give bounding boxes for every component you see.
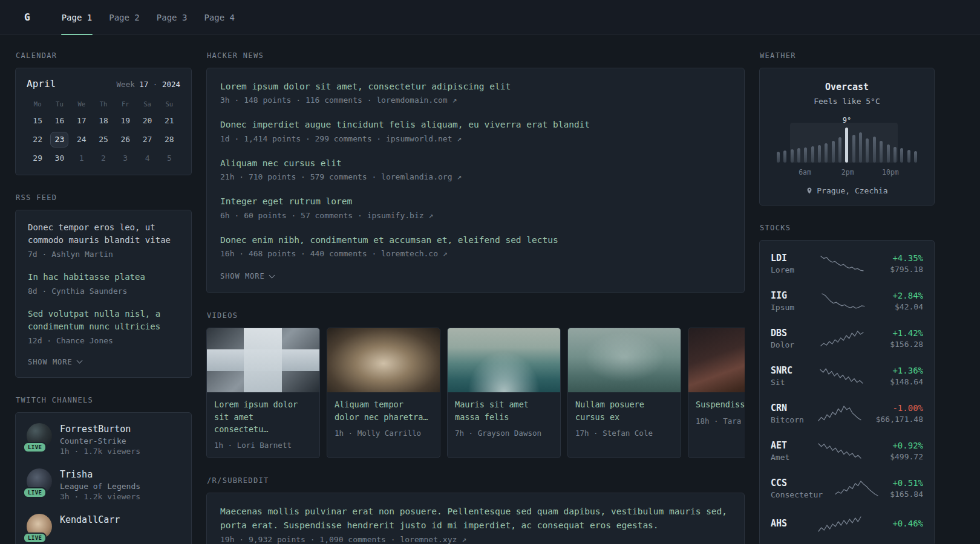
twitch-channel[interactable]: LIVE KendallCarr	[27, 514, 180, 539]
stock-row[interactable]: AHS +0.46%	[771, 507, 923, 541]
stock-row[interactable]: AET Amet +0.92% $499.72	[771, 432, 923, 470]
video-title: Mauris sit amet massa felis	[455, 398, 553, 423]
weather-axis-label: 2pm	[841, 168, 854, 176]
calendar-day-number: 19	[116, 113, 134, 129]
calendar-card: April Week 17 · 2024 Mo Tu We	[15, 68, 192, 175]
stock-values: +1.42% $156.28	[890, 328, 923, 349]
stock-price: $165.84	[890, 490, 923, 499]
calendar-day-number: 1	[73, 151, 91, 166]
hackernews-widget-title: HACKER NEWS	[207, 51, 745, 60]
hackernews-item-meta: 16h · 468 points · 440 comments · loremt…	[220, 248, 731, 259]
twitch-channel[interactable]: LIVE Trisha League of Legends 3h · 1.2k …	[27, 468, 180, 501]
weather-location-label: Prague, Czechia	[817, 186, 887, 195]
video-thumbnail	[448, 328, 560, 392]
weather-axis-label: 10pm	[882, 168, 899, 176]
stock-ticker: AET	[771, 440, 789, 451]
calendar-day-number: 28	[160, 132, 178, 147]
video-card[interactable]: Nullam posuere cursus ex 17h · Stefan Co…	[567, 328, 681, 458]
stock-row[interactable]: CCS Consectetur +0.51% $165.84	[771, 470, 923, 507]
stock-row[interactable]: CRN Bitcorn -1.00% $66,171.48	[771, 395, 923, 432]
videos-carousel[interactable]: Lorem ipsum dolor sit amet consectetu… 1…	[206, 328, 745, 458]
subreddit-item-title[interactable]: Maecenas mollis pulvinar erat non posuer…	[220, 505, 731, 532]
rss-item: Sed volutpat nulla nisl, a condimentum n…	[28, 308, 179, 346]
rss-item-title[interactable]: Donec tempor eros leo, ut commodo mauris…	[28, 221, 179, 247]
weather-bar	[859, 132, 862, 163]
page-tab-label: Page 1	[62, 13, 93, 22]
stock-change: +2.84%	[892, 291, 923, 300]
video-meta: 1h · Molly Carrillo	[335, 429, 433, 438]
calendar-day-cell: 18	[94, 113, 113, 129]
hackernews-item-title[interactable]: Integer eget rutrum lorem	[220, 195, 731, 207]
stock-row[interactable]: SNRC Sit +1.36% $148.64	[771, 357, 923, 395]
calendar-separator: ·	[153, 80, 158, 89]
page-tab[interactable]: Page 3	[148, 0, 196, 34]
calendar-day-cell: 24	[73, 132, 91, 147]
hackernews-widget: HACKER NEWS Lorem ipsum dolor sit amet, …	[206, 51, 745, 293]
video-card[interactable]: Suspendisse diam 18h · Tara	[688, 328, 745, 458]
hackernews-item-title[interactable]: Lorem ipsum dolor sit amet, consectetur …	[220, 80, 731, 92]
rss-item-title[interactable]: Sed volutpat nulla nisl, a condimentum n…	[28, 308, 179, 333]
calendar-day-cell: 25	[94, 132, 113, 147]
stocks-widget-title: STOCKS	[760, 224, 935, 232]
calendar-week-number: 17	[139, 80, 148, 89]
stock-values: -1.00% $66,171.48	[876, 403, 923, 424]
stock-values: +4.35% $795.18	[890, 253, 923, 274]
video-card[interactable]: Mauris sit amet massa felis 7h · Grayson…	[447, 328, 561, 458]
twitch-channel[interactable]: LIVE ForrestBurton Counter-Strike 1h · 1…	[27, 423, 180, 456]
hackernews-item-title[interactable]: Aliquam nec cursus elit	[220, 157, 731, 169]
calendar-day-number: 4	[139, 151, 157, 166]
weather-bar	[893, 147, 897, 163]
weather-bar	[832, 141, 835, 163]
calendar-day-cell: 1	[73, 151, 91, 166]
rss-show-more-button[interactable]: SHOW MORE	[28, 358, 82, 366]
stock-row[interactable]: DBS Dolor +1.42% $156.28	[771, 320, 923, 357]
calendar-widget: CALENDAR April Week 17 · 2024 Mo Tu	[15, 51, 192, 175]
rss-item-title[interactable]: In hac habitasse platea	[28, 271, 179, 283]
hackernews-item-title[interactable]: Donec enim nibh, condimentum et accumsan…	[220, 234, 731, 246]
calendar-day-cell: 3	[116, 151, 134, 166]
stock-change: +1.42%	[890, 328, 923, 338]
weekday-label: Sa	[143, 100, 151, 108]
calendar-day-number: 18	[94, 113, 113, 129]
stock-values: +2.84% $42.04	[892, 291, 923, 311]
weather-bar	[880, 141, 883, 163]
weather-axis-labels: 6am 2pm 10pm	[772, 168, 922, 177]
page-tab[interactable]: Page 2	[100, 0, 148, 34]
page-tab[interactable]: Page 1	[53, 0, 101, 34]
video-thumbnail	[327, 328, 440, 392]
weather-bar	[866, 138, 869, 163]
calendar-day-cell: 28	[160, 132, 178, 147]
channel-meta: 1h · 1.7k viewers	[60, 447, 140, 456]
calendar-weekday-row: Mo Tu We Th Fr Sa Su	[27, 100, 180, 108]
video-card[interactable]: Aliquam tempor dolor nec pharetra… 1h · …	[327, 328, 440, 458]
hackernews-item: Donec enim nibh, condimentum et accumsan…	[220, 234, 731, 259]
calendar-day-cell: 29	[28, 151, 47, 166]
weather-bar	[811, 146, 814, 163]
stock-price: $42.04	[892, 302, 923, 311]
calendar-widget-title: CALENDAR	[16, 51, 192, 60]
hackernews-show-more-button[interactable]: SHOW MORE	[220, 272, 274, 280]
video-meta: 17h · Stefan Cole	[575, 429, 673, 438]
rss-item: In hac habitasse platea 8d · Cynthia Sau…	[28, 271, 179, 297]
page-tab[interactable]: Page 4	[195, 0, 243, 34]
stock-price: $156.28	[890, 340, 923, 349]
stocks-card: LDI Lorem +4.35% $795.18 IIG Ipsum	[759, 240, 935, 544]
stock-id: SNRC Sit	[771, 365, 792, 387]
live-badge: LIVE	[23, 442, 47, 453]
calendar-day-cell: 27	[139, 132, 157, 147]
weather-bar	[825, 143, 828, 163]
stock-id: CCS Consectetur	[771, 478, 823, 499]
rss-card: Donec tempor eros leo, ut commodo mauris…	[15, 210, 192, 378]
video-card[interactable]: Lorem ipsum dolor sit amet consectetu… 1…	[206, 328, 320, 458]
stock-row[interactable]: LDI Lorem +4.35% $795.18	[771, 245, 923, 282]
stock-id: DBS Dolor	[771, 328, 794, 349]
weather-bar	[838, 137, 841, 163]
calendar-day-cell: 16	[50, 113, 68, 129]
stock-sparkline	[818, 442, 861, 460]
calendar-day-cell: 22	[28, 132, 47, 147]
calendar-day-cell: 4	[139, 151, 157, 166]
stock-row[interactable]: IIG Ipsum +2.84% $42.04	[771, 282, 923, 320]
hackernews-item-title[interactable]: Donec imperdiet augue tincidunt felis al…	[220, 118, 731, 131]
channel-name: Trisha	[60, 468, 140, 481]
stock-price: $66,171.48	[876, 415, 923, 424]
